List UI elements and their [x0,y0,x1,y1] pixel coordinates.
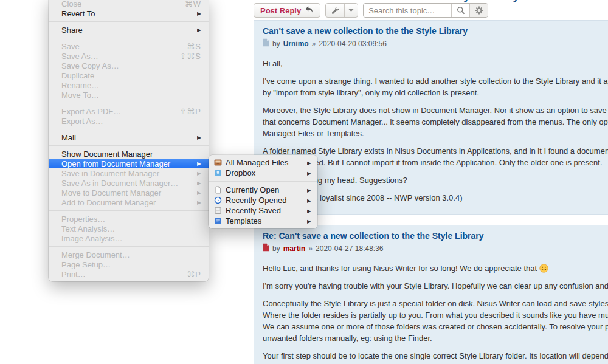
recently-saved-icon [213,207,222,215]
menu-item-label: Image Analysis… [61,234,201,243]
menu-separator [49,246,209,247]
author-link[interactable]: Urnimo [283,39,309,48]
menu-item-share[interactable]: Share▶ [49,25,209,35]
submenu-arrow-icon: ▶ [197,190,201,196]
submenu-arrow-icon: ▶ [197,180,201,186]
menu-item-save-in-document-manager: Save in Document Manager▶ [49,168,209,178]
post-line: that concerns Document Manager... it see… [263,116,605,128]
menu-item-label: Save in Document Manager [61,169,191,178]
post-title-link[interactable]: Re: Can't save a new collection to the t… [263,231,605,241]
menu-item-export-as: Export As… [49,116,209,126]
post-line: Conceptually the Style Library is just a… [263,298,605,309]
post-line: Where the folder resides is partially up… [263,309,605,321]
post-title-link[interactable]: Can't save a new collection to the the S… [263,26,605,36]
menu-item-mail[interactable]: Mail▶ [49,132,209,142]
submenu-arrow-icon: ▶ [307,197,311,203]
menu-item-rename: Rename… [49,80,209,90]
menu-item-label: Rename… [61,81,201,90]
post-byline: by Urnimo » 2020-04-20 03:09:56 [263,38,605,49]
menu-item-label: Export As PDF… [61,107,173,116]
menu-item-label: Save As in Document Manager… [61,179,191,188]
menu-item-duplicate: Duplicate [49,70,209,80]
submenu-item-label: Currently Open [226,185,303,194]
file-menu: Close⌘WRevert To▶Share▶Save⌘SSave As…⇧⌘S… [49,0,209,281]
post-line: by "import from style library", only my … [263,87,605,98]
menu-item-label: Properties… [61,215,201,224]
submenu-item-all-managed-files[interactable]: All Managed Files▶ [209,157,317,168]
menu-item-export-as-pdf: Export As PDF…⇧⌘P [49,106,209,116]
paragraph-spacer [263,98,605,105]
topic-tools-button[interactable] [325,3,358,18]
menu-item-label: Show Document Manager [61,149,201,159]
paragraph-spacer [263,69,605,75]
submenu-item-templates[interactable]: Templates▶ [209,216,317,226]
menu-separator [49,21,209,22]
post-line: Managed Files or Templates. [263,128,605,139]
post-file-icon [263,243,269,253]
topic-toolbar: Post Reply [254,3,488,18]
paragraph-spacer [263,344,605,350]
menu-item-text-analysis: Text Analysis… [49,224,209,233]
menu-item-label: Print… [61,270,181,279]
all-managed-files-icon [213,159,222,167]
byline-separator: » [308,244,313,253]
menu-item-label: Merge Document… [61,250,201,259]
search-options-button[interactable] [469,4,488,17]
wrench-icon[interactable] [326,4,344,17]
menu-item-print: Print…⌘P [49,269,209,279]
menu-item-label: Duplicate [61,71,201,80]
post-file-icon [263,38,269,49]
menu-separator [209,181,317,182]
menu-item-label: Export As… [61,117,201,126]
submenu-item-dropbox[interactable]: Dropbox▶ [209,168,317,178]
post-line: unwanted folders manually, eg: using the… [263,332,605,344]
byline-separator: » [312,39,316,48]
post-line: Did you ever designate a "synchronized s… [263,362,605,364]
search-icon [457,6,465,15]
menu-item-close: Close⌘W [49,0,209,9]
topic-search [363,3,488,18]
menu-item-save-as: Save As…⇧⌘S [49,51,209,61]
submenu-item-recently-opened[interactable]: Recently Opened▶ [209,195,317,205]
submenu-item-currently-open[interactable]: Currently Open▶ [209,185,317,195]
menu-item-label: Move to Document Manager [61,188,191,197]
author-link[interactable]: martin [283,244,306,253]
menu-item-shortcut: ⇧⌘P [179,107,201,116]
submenu-arrow-icon: ▶ [307,187,311,193]
search-input[interactable] [364,4,451,17]
menu-item-revert-to[interactable]: Revert To▶ [49,9,209,18]
post-byline: by martin » 2020-04-27 18:48:36 [263,243,605,253]
menu-item-shortcut: ⌘P [187,270,201,279]
post-date: 2020-04-20 03:09:56 [319,39,386,48]
menu-item-label: Mail [61,133,191,142]
submenu-arrow-icon: ▶ [197,135,201,140]
menu-item-open-from-document-manager[interactable]: Open from Document Manager▶ [49,159,209,168]
paragraph-spacer [263,292,605,298]
submenu-arrow-icon: ▶ [197,200,201,205]
post-reply-button[interactable]: Post Reply [254,3,320,18]
submenu-arrow-icon: ▶ [197,161,201,167]
dropbox-icon [213,169,222,177]
post-reply-label: Post Reply [260,6,301,15]
menu-item-show-document-manager[interactable]: Show Document Manager [49,149,209,159]
submenu-item-label: All Managed Files [226,158,303,167]
submenu-item-recently-saved[interactable]: Recently Saved▶ [209,205,317,216]
byline-by: by [272,244,280,253]
post-reply-martin: Re: Can't save a new collection to the t… [254,225,608,364]
menu-item-save: Save⌘S [49,41,209,51]
paragraph-spacer [263,139,605,145]
menu-item-save-copy-as: Save Copy As… [49,61,209,70]
post-line: I've come upon a strange thing. I wanted… [263,75,605,87]
chevron-down-icon[interactable] [344,4,358,17]
menu-item-shortcut: ⌘W [185,0,201,9]
menu-item-shortcut: ⌘S [187,42,201,51]
search-button[interactable] [451,4,469,17]
menu-separator [49,38,209,38]
menu-item-properties: Properties… [49,214,209,224]
byline-by: by [272,39,280,48]
menu-item-label: Add to Document Manager [61,198,191,207]
document-manager-submenu: All Managed Files▶Dropbox▶Currently Open… [209,155,317,228]
templates-icon [213,217,222,225]
menu-item-save-as-in-document-manager: Save As in Document Manager…▶ [49,178,209,188]
paragraph-spacer [263,274,605,280]
